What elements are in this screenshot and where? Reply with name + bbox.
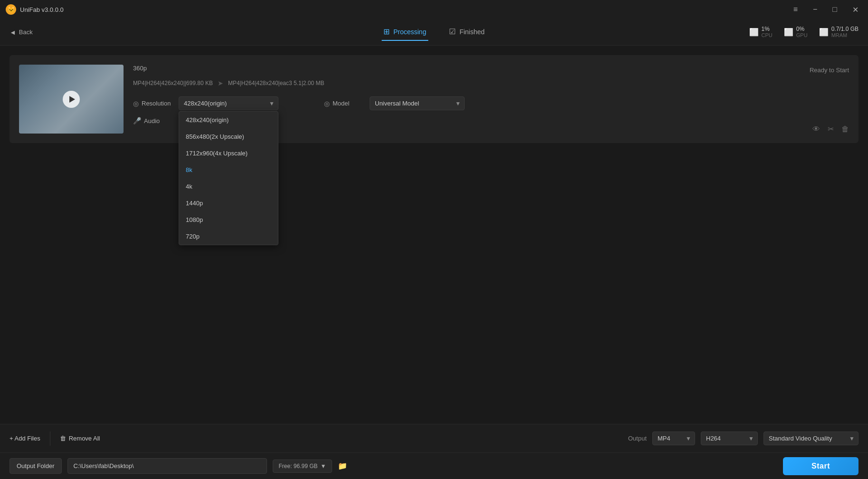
dropdown-arrow-icon: ▼ [321, 463, 326, 469]
back-arrow-icon: ◄ [10, 29, 16, 36]
free-space-value: Free: 96.99 GB [279, 463, 318, 469]
ready-status: Ready to Start [810, 67, 849, 74]
model-select[interactable]: Universal Model [370, 96, 465, 110]
titlebar: 🐱 UniFab v3.0.0.0 ≡ − □ ✕ [0, 0, 868, 19]
dropdown-item-428x240[interactable]: 428x240(origin) [179, 112, 278, 128]
format-info: MP4|H264|426x240||699.80 KB ➤ MP4|H264|4… [133, 79, 849, 87]
cut-icon[interactable]: ✂ [828, 125, 834, 134]
gpu-label: GPU [796, 32, 808, 38]
trash-icon: 🗑 [60, 435, 66, 442]
processing-tab-icon: ⊞ [383, 27, 390, 36]
dropdown-item-1712x960[interactable]: 1712x960(4x Upscale) [179, 145, 278, 162]
resolution-row: ◎ Resolution 428x240(origin) ▼ 428x240(o… [133, 96, 849, 110]
tab-finished[interactable]: ☑ Finished [447, 23, 486, 41]
dropdown-item-720p[interactable]: 720p [179, 228, 278, 245]
delete-icon[interactable]: 🗑 [841, 125, 849, 134]
audio-label: 🎤 Audio [133, 117, 171, 125]
headerbar: ◄ Back ⊞ Processing ☑ Finished ⬜ 1% CPU … [0, 19, 868, 46]
mram-value: 0.7/1.0 GB [831, 26, 858, 32]
add-files-button[interactable]: + Add Files [10, 435, 40, 442]
model-label: ◎ Model [324, 100, 362, 107]
footer-bar: Output Folder Free: 96.99 GB ▼ 📁 Start [0, 452, 868, 479]
card-actions: 👁 ✂ 🗑 [812, 125, 849, 134]
mram-label: MRAM [831, 32, 848, 38]
folder-path-input[interactable] [67, 458, 267, 474]
maximize-button[interactable]: □ [829, 3, 841, 16]
divider-1 [50, 431, 50, 446]
model-icon: ◎ [324, 100, 330, 107]
source-format: MP4|H264|426x240||699.80 KB [133, 80, 213, 86]
model-select-wrapper[interactable]: Universal Model ▼ [370, 96, 465, 110]
back-label: Back [19, 29, 33, 36]
mram-icon: ⬜ [819, 28, 829, 37]
dropdown-item-1080p[interactable]: 1080p [179, 211, 278, 228]
mram-stat: ⬜ 0.7/1.0 GB MRAM [819, 26, 858, 39]
gpu-stat: ⬜ 0% GPU [784, 26, 808, 39]
browse-folder-icon[interactable]: 📁 [338, 461, 347, 470]
target-format: MP4|H264|428x240|eac3 5.1|2.00 MB [228, 80, 324, 86]
bottom-bar: + Add Files 🗑 Remove All Output MP4 MKV … [0, 424, 868, 452]
codec-select[interactable]: H264 H265 AV1 [701, 431, 758, 445]
gpu-icon: ⬜ [784, 28, 793, 37]
resolution-label: ◎ Resolution [133, 100, 171, 107]
output-label: Output [628, 435, 647, 442]
finished-tab-icon: ☑ [449, 27, 456, 36]
app-icon-emoji: 🐱 [8, 6, 15, 13]
titlebar-controls: ≡ − □ ✕ [790, 3, 862, 16]
app-icon: 🐱 [6, 4, 16, 15]
dropdown-item-8k[interactable]: 8k [179, 162, 278, 178]
gpu-value: 0% [796, 26, 804, 32]
play-button[interactable] [63, 91, 80, 108]
dropdown-item-1440p[interactable]: 1440p [179, 195, 278, 211]
tab-processing[interactable]: ⊞ Processing [382, 23, 428, 41]
video-card: 360p MP4|H264|426x240||699.80 KB ➤ MP4|H… [10, 55, 858, 143]
remove-all-label: Remove All [69, 435, 100, 442]
minimize-button[interactable]: − [809, 3, 821, 16]
format-arrow-icon: ➤ [218, 79, 223, 87]
audio-label-text: Audio [144, 117, 160, 125]
resolution-select-wrapper[interactable]: 428x240(origin) ▼ 428x240(origin) 856x48… [179, 96, 278, 110]
model-label-text: Model [333, 100, 349, 107]
video-quality-label: 360p [133, 65, 849, 72]
format-select[interactable]: MP4 MKV AVI MOV [652, 431, 695, 445]
dropdown-item-856x480[interactable]: 856x480(2x Upscale) [179, 128, 278, 145]
resolution-label-text: Resolution [142, 100, 171, 107]
video-info: 360p MP4|H264|426x240||699.80 KB ➤ MP4|H… [133, 65, 849, 131]
dropdown-item-4k[interactable]: 4k [179, 178, 278, 195]
main-content: 360p MP4|H264|426x240||699.80 KB ➤ MP4|H… [0, 46, 868, 424]
resolution-icon: ◎ [133, 100, 139, 107]
close-button[interactable]: ✕ [849, 3, 862, 16]
processing-tab-label: Processing [393, 28, 426, 36]
quality-select-wrapper[interactable]: Standard Video Quality High Video Qualit… [763, 431, 858, 445]
start-button[interactable]: Start [783, 457, 858, 475]
back-button[interactable]: ◄ Back [10, 29, 33, 36]
output-section: Output MP4 MKV AVI MOV ▼ H264 H265 AV1 ▼… [628, 431, 858, 445]
output-folder-button[interactable]: Output Folder [10, 458, 62, 474]
nav-tabs: ⊞ Processing ☑ Finished [382, 23, 486, 41]
cpu-stat: ⬜ 1% CPU [749, 26, 773, 39]
preview-icon[interactable]: 👁 [812, 125, 820, 134]
audio-icon: 🎤 [133, 117, 141, 125]
remove-all-button[interactable]: 🗑 Remove All [60, 435, 100, 442]
system-stats: ⬜ 1% CPU ⬜ 0% GPU ⬜ 0.7/1.0 GB MRAM [749, 26, 858, 39]
resolution-select[interactable]: 428x240(origin) [179, 96, 278, 110]
app-title: UniFab v3.0.0.0 [20, 6, 64, 13]
cpu-icon: ⬜ [749, 28, 759, 37]
menu-button[interactable]: ≡ [790, 3, 801, 16]
format-select-wrapper[interactable]: MP4 MKV AVI MOV ▼ [652, 431, 695, 445]
video-thumbnail [19, 65, 124, 134]
free-space-button[interactable]: Free: 96.99 GB ▼ [273, 460, 333, 473]
codec-select-wrapper[interactable]: H264 H265 AV1 ▼ [701, 431, 758, 445]
finished-tab-label: Finished [459, 28, 485, 36]
quality-select[interactable]: Standard Video Quality High Video Qualit… [763, 431, 858, 445]
cpu-label: CPU [762, 32, 773, 38]
cpu-value: 1% [762, 26, 770, 32]
resolution-dropdown-menu: 428x240(origin) 856x480(2x Upscale) 1712… [179, 111, 278, 245]
